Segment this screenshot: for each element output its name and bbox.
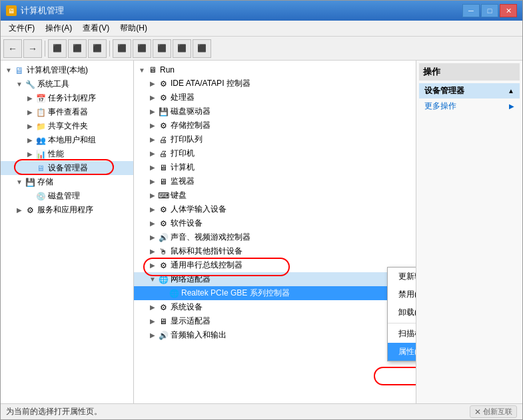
expand-print-queue[interactable]: ▶ (147, 134, 158, 145)
toolbar-sep-2 (109, 41, 110, 57)
forward-button[interactable]: → (23, 39, 42, 58)
tree-item-sys-devices[interactable]: ▶ ⚙ 系统设备 (134, 300, 416, 314)
menu-file[interactable]: 文件(F) (3, 21, 40, 35)
tree-item-device-manager[interactable]: 🖥 设备管理器 (1, 161, 133, 175)
tree-item-realtek[interactable]: 🌐 Realtek PCIe GBE 系列控制器 (134, 286, 416, 300)
tree-item-performance[interactable]: ▶ 📊 性能 (1, 147, 133, 161)
expand-realtek[interactable] (158, 288, 169, 299)
toolbar-btn-2[interactable]: ⬛ (68, 39, 87, 58)
right-panel-device-manager[interactable]: 设备管理器 ▲ (419, 83, 520, 99)
tree-item-event-viewer[interactable]: ▶ 📋 事件查看器 (1, 105, 133, 119)
title-bar-left: 🖥 计算机管理 (6, 5, 64, 17)
expand-performance[interactable]: ▶ (25, 149, 35, 160)
expand-task-scheduler[interactable]: ▶ (25, 93, 35, 104)
expand-display[interactable]: ▶ (147, 316, 158, 327)
tree-item-audio-io[interactable]: ▶ 🔊 音频输入和输出 (134, 328, 416, 342)
expand-event-viewer[interactable]: ▶ (25, 107, 35, 118)
toolbar-btn-4[interactable]: ⬛ (113, 39, 131, 58)
tree-item-audio-video[interactable]: ▶ 🔊 声音、视频游戏控制器 (134, 230, 416, 244)
expand-sys-devices[interactable]: ▶ (147, 302, 158, 313)
expand-root[interactable]: ▼ (3, 65, 14, 76)
context-menu-scan-hardware[interactable]: 扫描检测硬件改动(A) (388, 325, 416, 343)
expand-monitor[interactable]: ▶ (147, 176, 158, 187)
tree-item-storage-ctrl[interactable]: ▶ ⚙ 存储控制器 (134, 118, 416, 132)
right-panel-more-actions[interactable]: 更多操作 ▶ (419, 99, 520, 114)
context-menu: 更新驱动程序软件(P)... 禁用(D) 卸载(U) 扫描检测硬件改动(A) 属… (387, 267, 416, 361)
expand-disk-drives[interactable]: ▶ (147, 106, 158, 117)
minimize-button[interactable]: ─ (462, 4, 480, 17)
menu-help[interactable]: 帮助(H) (115, 21, 153, 35)
label-task-scheduler: 任务计划程序 (48, 93, 96, 104)
title-bar-controls: ─ □ ✕ (462, 4, 517, 17)
context-menu-disable[interactable]: 禁用(D) (388, 286, 416, 304)
icon-printer: 🖨 (158, 148, 169, 159)
maximize-button[interactable]: □ (481, 4, 498, 17)
tree-item-task-scheduler[interactable]: ▶ 📅 任务计划程序 (1, 91, 133, 105)
expand-system-tools[interactable]: ▼ (14, 79, 25, 90)
toolbar-btn-5[interactable]: ⬛ (133, 39, 151, 58)
back-button[interactable]: ← (3, 39, 22, 58)
tree-item-com-ports[interactable]: ▶ ⚙ 通用串行总线控制器 (134, 258, 416, 272)
expand-ide[interactable]: ▶ (147, 79, 158, 89)
tree-item-computer[interactable]: ▶ 🖥 计算机 (134, 160, 416, 174)
expand-keyboard[interactable]: ▶ (147, 190, 158, 201)
tree-item-disk-management[interactable]: 💿 磁盘管理 (1, 189, 133, 203)
toolbar-btn-1[interactable]: ⬛ (48, 39, 67, 58)
expand-storage[interactable]: ▼ (14, 177, 25, 188)
expand-local-users[interactable]: ▶ (25, 135, 35, 146)
context-menu-update-driver[interactable]: 更新驱动程序软件(P)... (388, 268, 416, 286)
tree-item-local-users[interactable]: ▶ 👥 本地用户和组 (1, 133, 133, 147)
expand-computer[interactable]: ▶ (147, 162, 158, 173)
expand-icon-device-manager: ▲ (508, 87, 514, 95)
expand-disk-management[interactable] (25, 191, 35, 202)
tree-item-mouse[interactable]: ▶ 🖱 鼠标和其他指针设备 (134, 244, 416, 258)
menu-action[interactable]: 操作(A) (40, 21, 77, 35)
expand-processor[interactable]: ▶ (147, 93, 158, 103)
icon-disk-management: 💿 (35, 191, 46, 202)
tree-item-disk-drives[interactable]: ▶ 💾 磁盘驱动器 (134, 105, 416, 118)
tree-item-system-tools[interactable]: ▼ 🔧 系统工具 (1, 77, 133, 91)
menu-view[interactable]: 查看(V) (77, 21, 115, 35)
brand-label: 创新互联 (483, 407, 512, 417)
toolbar-btn-7[interactable]: ⬛ (173, 39, 191, 58)
tree-item-ide[interactable]: ▶ ⚙ IDE ATA/ATAPI 控制器 (134, 77, 416, 91)
tree-item-hid[interactable]: ▶ ⚙ 人体学输入设备 (134, 202, 416, 216)
icon-audio-io: 🔊 (158, 330, 169, 341)
expand-com-ports[interactable]: ▶ (147, 260, 158, 271)
tree-item-display[interactable]: ▶ 🖥 显示适配器 (134, 314, 416, 328)
icon-audio-video: 🔊 (158, 232, 169, 243)
expand-run[interactable]: ▼ (137, 65, 147, 75)
expand-software-dev[interactable]: ▶ (147, 218, 158, 229)
toolbar-btn-8[interactable]: ⬛ (193, 39, 211, 58)
tree-item-processor[interactable]: ▶ ⚙ 处理器 (134, 91, 416, 105)
annotation-properties-circle (374, 367, 416, 385)
context-menu-uninstall[interactable]: 卸载(U) (388, 304, 416, 321)
context-menu-properties[interactable]: 属性(R) (388, 343, 416, 361)
close-button[interactable]: ✕ (500, 4, 517, 17)
tree-item-print-queue[interactable]: ▶ 🖨 打印队列 (134, 132, 416, 146)
tree-item-shared-folders[interactable]: ▶ 📁 共享文件夹 (1, 119, 133, 133)
expand-printer[interactable]: ▶ (147, 148, 158, 159)
tree-item-storage[interactable]: ▼ 💾 存储 (1, 175, 133, 189)
tree-item-services[interactable]: ▶ ⚙ 服务和应用程序 (1, 203, 133, 217)
expand-shared-folders[interactable]: ▶ (25, 121, 35, 132)
expand-device-manager[interactable] (25, 163, 35, 174)
expand-audio-io[interactable]: ▶ (147, 330, 158, 341)
label-computer-node: 计算机 (171, 162, 195, 173)
icon-storage: 💾 (25, 177, 35, 188)
expand-services[interactable]: ▶ (14, 205, 25, 216)
tree-item-root[interactable]: ▼ 🖥 计算机管理(本地) (1, 63, 133, 77)
expand-network[interactable]: ▼ (147, 274, 158, 285)
tree-item-run-root[interactable]: ▼ 🖥 Run (134, 63, 416, 77)
expand-mouse[interactable]: ▶ (147, 246, 158, 257)
toolbar-btn-3[interactable]: ⬛ (88, 39, 107, 58)
tree-item-software-dev[interactable]: ▶ ⚙ 软件设备 (134, 216, 416, 230)
expand-hid[interactable]: ▶ (147, 204, 158, 215)
expand-storage-ctrl[interactable]: ▶ (147, 120, 158, 131)
tree-item-network[interactable]: ▼ 🌐 网络适配器 (134, 272, 416, 286)
tree-item-keyboard[interactable]: ▶ ⌨ 键盘 (134, 188, 416, 202)
tree-item-monitor[interactable]: ▶ 🖥 监视器 (134, 174, 416, 188)
toolbar-btn-6[interactable]: ⬛ (153, 39, 171, 58)
tree-item-printer[interactable]: ▶ 🖨 打印机 (134, 146, 416, 160)
expand-audio-video[interactable]: ▶ (147, 232, 158, 243)
